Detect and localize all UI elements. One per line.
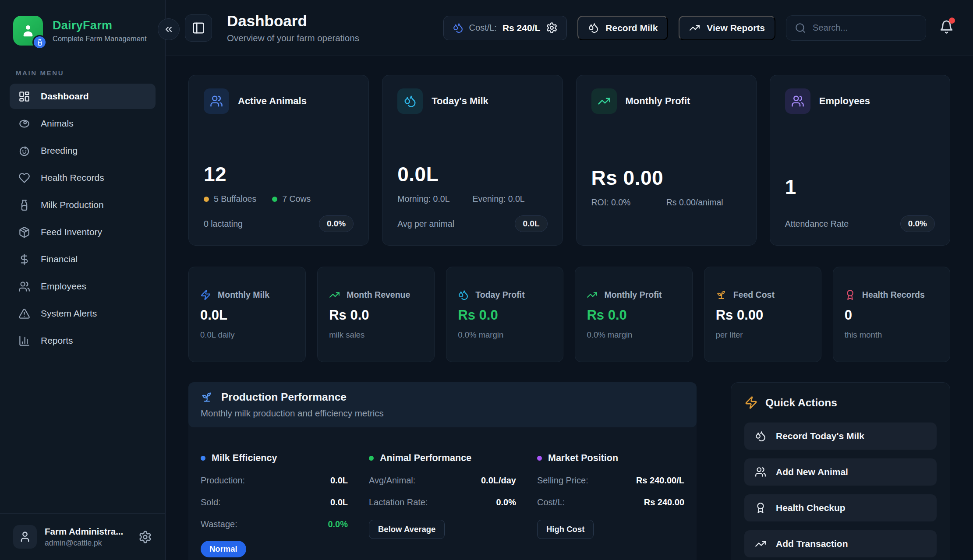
mini-card-health-records: Health Records 0 this month	[833, 267, 950, 362]
row-value: 0.0%	[496, 497, 516, 507]
milk-bottle-icon	[18, 199, 30, 211]
record-milk-label: Record Milk	[605, 23, 658, 33]
sidebar-toggle-button[interactable]	[185, 14, 212, 42]
purple-dot	[537, 456, 542, 461]
mini-sub: 0.0% margin	[458, 330, 552, 340]
sidebar-item-label: Health Records	[41, 173, 104, 183]
brand-tagline: Complete Farm Management	[53, 35, 147, 43]
sidebar-item-financial[interactable]: Financial	[10, 247, 156, 272]
panel-left-icon	[192, 21, 205, 35]
sidebar-item-label: Feed Inventory	[41, 227, 102, 237]
health-checkup-button[interactable]: Health Checkup	[744, 494, 937, 521]
buffaloes-dot	[204, 197, 209, 202]
row-label: Wastage:	[201, 519, 237, 529]
settings-gear-icon[interactable]	[138, 530, 152, 544]
droplets-icon	[755, 430, 766, 442]
sidebar-item-employees[interactable]: Employees	[10, 274, 156, 299]
sidebar-item-reports[interactable]: Reports	[10, 328, 156, 353]
record-milk-button[interactable]: Record Milk	[577, 16, 668, 40]
status-badge-below-average: Below Average	[369, 520, 445, 539]
search-box	[786, 15, 926, 41]
morning-detail: Morning: 0.0L	[397, 194, 472, 204]
brand-logo	[13, 16, 43, 46]
view-reports-label: View Reports	[707, 23, 765, 33]
percent-badge: 0.0%	[319, 215, 354, 232]
dashboard-icon	[18, 91, 30, 102]
mini-value: Rs 0.0	[458, 307, 552, 323]
production-subtitle: Monthly milk production and efficiency m…	[201, 408, 684, 419]
card-title: Active Animals	[238, 95, 307, 107]
action-label: Add Transaction	[776, 539, 848, 549]
card-value: Rs 0.00	[591, 166, 741, 190]
mini-card-monthly-profit: Monthly Profit Rs 0.0 0.0% margin	[575, 267, 692, 362]
users-icon	[791, 95, 804, 108]
sidebar-item-milk-production[interactable]: Milk Production	[10, 192, 156, 218]
users-icon-box	[785, 88, 810, 114]
card-value: 1	[785, 175, 935, 199]
sidebar-item-health-records[interactable]: Health Records	[10, 165, 156, 190]
mini-cards-row: Monthly Milk 0.0L 0.0L daily Month Reven…	[188, 267, 950, 362]
trending-up-icon	[329, 289, 340, 300]
user-email: admin@cattle.pk	[45, 539, 123, 548]
action-label: Record Today's Milk	[776, 431, 864, 441]
mini-title: Today Profit	[475, 290, 524, 300]
stat-card-employees: Employees 1 Attendance Rate 0.0%	[770, 75, 950, 246]
row-value: 0.0L	[330, 475, 348, 486]
mini-sub: milk sales	[329, 330, 423, 340]
record-todays-milk-button[interactable]: Record Today's Milk	[744, 423, 937, 450]
avg-per-animal-label: Avg per animal	[397, 219, 454, 229]
add-new-animal-button[interactable]: Add New Animal	[744, 458, 937, 486]
sidebar-item-system-alerts[interactable]: System Alerts	[10, 301, 156, 326]
users-icon-box	[204, 88, 229, 114]
sidebar-item-label: Financial	[41, 254, 78, 264]
cows-legend: 7 Cows	[282, 194, 311, 204]
cost-per-liter-pill[interactable]: Cost/L: Rs 240/L	[443, 16, 567, 40]
trending-up-icon	[755, 538, 766, 549]
cost-label: Cost/L:	[469, 23, 497, 33]
sidebar-item-label: Reports	[41, 335, 73, 346]
mini-sub: 0.0% margin	[587, 330, 680, 340]
sidebar-item-label: Animals	[41, 118, 74, 129]
mini-card-feed-cost: Feed Cost Rs 0.00 per liter	[704, 267, 821, 362]
cost-value: Rs 240/L	[502, 23, 540, 33]
status-badge-normal: Normal	[201, 541, 246, 557]
zap-icon	[200, 289, 211, 300]
user-panel: Farm Administra... admin@cattle.pk	[0, 513, 165, 560]
top-header: Dashboard Overview of your farm operatio…	[166, 0, 973, 56]
mini-value: Rs 0.0	[329, 307, 423, 323]
stat-card-active-animals: Active Animals 12 5 Buffaloes 7 Cows 0 l…	[188, 75, 369, 246]
row-value: Rs 240.00	[644, 497, 684, 507]
sidebar-item-feed-inventory[interactable]: Feed Inventory	[10, 219, 156, 245]
zap-icon	[744, 396, 758, 409]
sidebar-item-animals[interactable]: Animals	[10, 111, 156, 136]
action-label: Add New Animal	[776, 467, 848, 477]
mini-sub: per liter	[716, 330, 810, 340]
row-value: 0.0%	[328, 519, 348, 529]
gear-icon[interactable]	[546, 22, 558, 34]
sprout-icon	[201, 391, 213, 403]
search-icon	[795, 22, 806, 34]
card-title: Monthly Profit	[626, 95, 690, 107]
user-icon	[19, 531, 31, 543]
sprout-icon	[716, 289, 727, 300]
row-label: Sold:	[201, 497, 221, 507]
notifications-button[interactable]	[939, 20, 954, 36]
sidebar-collapse-button[interactable]	[158, 18, 180, 40]
row-label: Cost/L:	[537, 497, 565, 507]
add-transaction-button[interactable]: Add Transaction	[744, 530, 937, 557]
mini-title: Health Records	[862, 290, 925, 300]
animal-performance-column: Animal Performance Avg/Animal: 0.0L/day …	[369, 453, 516, 557]
user-name: Farm Administra...	[45, 526, 123, 537]
sidebar-item-breeding[interactable]: Breeding	[10, 138, 156, 163]
sidebar-item-label: System Alerts	[41, 308, 97, 319]
sidebar-item-dashboard[interactable]: Dashboard	[10, 84, 156, 109]
sidebar-item-label: Employees	[41, 281, 86, 292]
bar-chart-icon	[18, 335, 30, 347]
search-input[interactable]	[813, 23, 917, 33]
milk-efficiency-column: Milk Efficiency Production: 0.0L Sold: 0…	[201, 453, 348, 557]
view-reports-button[interactable]: View Reports	[679, 16, 775, 40]
sidebar-item-label: Milk Production	[41, 200, 104, 210]
production-header: Production Performance Monthly milk prod…	[188, 382, 697, 427]
award-icon	[845, 289, 856, 300]
mini-card-monthly-milk: Monthly Milk 0.0L 0.0L daily	[188, 267, 306, 362]
